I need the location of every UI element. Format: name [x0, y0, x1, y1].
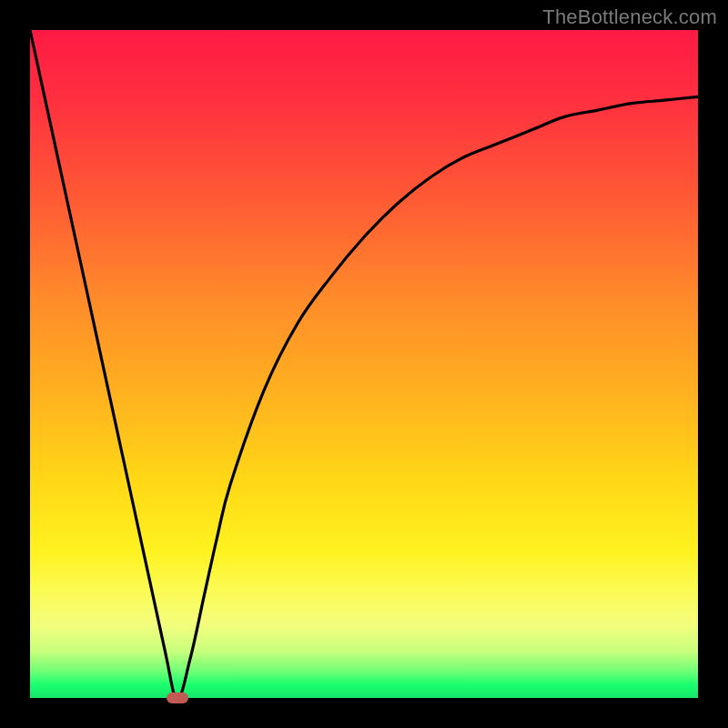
chart-frame: TheBottleneck.com [0, 0, 728, 728]
bottleneck-curve [30, 30, 698, 698]
curve-path [30, 30, 698, 698]
watermark-text: TheBottleneck.com [542, 5, 717, 29]
minimum-marker [167, 693, 188, 703]
plot-area [30, 30, 698, 698]
